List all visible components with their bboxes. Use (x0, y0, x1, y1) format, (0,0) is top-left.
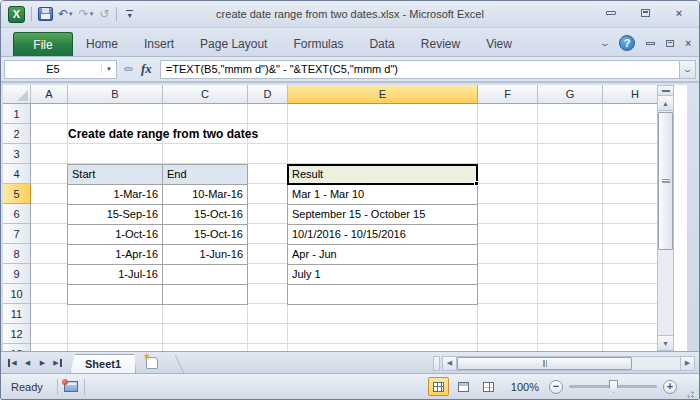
row-header-11[interactable]: 11 (3, 304, 31, 324)
formula-bar-splitter[interactable] (117, 60, 139, 79)
scroll-left-icon[interactable]: ◀ (442, 356, 457, 371)
cell-B8[interactable]: 1-Apr-16 (68, 245, 163, 265)
row-header-13[interactable]: 13 (3, 344, 31, 351)
cell-C5[interactable]: 10-Mar-16 (163, 185, 248, 205)
insert-worksheet-button[interactable] (142, 355, 164, 371)
cell-E6[interactable]: September 15 - October 15 (288, 205, 478, 225)
collapse-ribbon-icon[interactable]: ⌄ (598, 38, 610, 48)
row-header-12[interactable]: 12 (3, 324, 31, 344)
row-header-8[interactable]: 8 (3, 244, 31, 264)
cell-C9[interactable] (163, 265, 248, 285)
workbook-restore-button[interactable] (666, 40, 674, 47)
close-button[interactable]: × (667, 5, 691, 20)
cell-C6[interactable]: 15-Oct-16 (163, 205, 248, 225)
row-header-10[interactable]: 10 (3, 284, 31, 304)
resize-grip[interactable] (683, 387, 695, 399)
row-header-2[interactable]: 2 (3, 124, 31, 144)
cell-C10[interactable] (163, 285, 248, 305)
cell-E8[interactable]: Apr - Jun (288, 245, 478, 265)
row-header-9[interactable]: 9 (3, 264, 31, 284)
cells-canvas[interactable]: Create date range from two dates Start E… (31, 104, 668, 351)
tab-review[interactable]: Review (408, 32, 473, 56)
vertical-scrollbar[interactable]: ▲ ▼ (657, 85, 674, 351)
tab-file[interactable]: File (13, 32, 73, 56)
row-header-7[interactable]: 7 (3, 224, 31, 244)
workbook-close-button[interactable]: × (685, 38, 691, 49)
column-header-C[interactable]: C (163, 85, 248, 104)
row-header-3[interactable]: 3 (3, 144, 31, 164)
cell-E9[interactable]: July 1 (288, 265, 478, 285)
scroll-up-icon[interactable]: ▲ (658, 96, 673, 111)
cell-C8[interactable]: 1-Jun-16 (163, 245, 248, 265)
split-handle[interactable] (433, 356, 440, 371)
last-sheet-button[interactable]: ▶ (51, 356, 64, 369)
vertical-scroll-thumb[interactable] (658, 112, 673, 250)
column-header-E[interactable]: E (288, 85, 478, 104)
tab-home[interactable]: Home (73, 32, 131, 56)
tab-insert[interactable]: Insert (131, 32, 187, 56)
column-header-D[interactable]: D (248, 85, 288, 104)
row-header-1[interactable]: 1 (3, 104, 31, 124)
first-sheet-button[interactable]: ◀ (6, 356, 19, 369)
formula-bar: E5 ▾ fx =TEXT(B5,"mmm d")&" - "&TEXT(C5,… (1, 57, 699, 83)
cell-C4[interactable]: End (163, 165, 248, 185)
insert-function-icon[interactable]: fx (139, 61, 160, 77)
page-layout-view-button[interactable] (453, 377, 474, 396)
column-header-B[interactable]: B (68, 85, 163, 104)
sheet-tab-sheet1[interactable]: Sheet1 (70, 354, 136, 373)
minimize-button[interactable] (599, 5, 623, 20)
horizontal-scrollbar[interactable]: ◀ ▶ (433, 355, 695, 371)
cell-B9[interactable]: 1-Jul-16 (68, 265, 163, 285)
row-header-4[interactable]: 4 (3, 164, 31, 184)
status-bar: Ready 100% − + (1, 373, 699, 399)
save-icon[interactable] (38, 7, 53, 21)
cell-E4[interactable]: Result (288, 165, 478, 185)
cell-B5[interactable]: 1-Mar-16 (68, 185, 163, 205)
formula-input[interactable]: =TEXT(B5,"mmm d")&" - "&TEXT(C5,"mmm d") (160, 60, 679, 79)
zoom-level[interactable]: 100% (503, 381, 545, 393)
cell-E10[interactable] (288, 285, 478, 305)
tab-page-layout[interactable]: Page Layout (187, 32, 280, 56)
row-header-5[interactable]: 5 (3, 184, 31, 204)
tab-view[interactable]: View (473, 32, 525, 56)
cell-B4[interactable]: Start (68, 165, 163, 185)
customize-qat-button[interactable]: ▾ (123, 10, 136, 18)
restore-button[interactable] (633, 5, 657, 20)
cell-B10[interactable] (68, 285, 163, 305)
horizontal-scroll-track[interactable] (457, 356, 680, 371)
select-all-corner[interactable] (3, 85, 31, 104)
next-sheet-button[interactable]: ▶ (36, 356, 49, 369)
horizontal-scroll-thumb[interactable] (457, 357, 632, 370)
cell-C7[interactable]: 15-Oct-16 (163, 225, 248, 245)
column-header-A[interactable]: A (31, 85, 68, 104)
workbook-minimize-button[interactable] (646, 42, 655, 45)
cell-B7[interactable]: 1-Oct-16 (68, 225, 163, 245)
record-macro-button[interactable] (58, 378, 84, 396)
row-header-6[interactable]: 6 (3, 204, 31, 224)
page-break-preview-button[interactable] (478, 377, 499, 396)
name-box[interactable]: E5 ▾ (4, 60, 117, 79)
zoom-slider-track[interactable] (569, 385, 657, 388)
name-box-dropdown-icon[interactable]: ▾ (101, 65, 116, 73)
zoom-slider-thumb[interactable] (609, 380, 618, 393)
tab-data[interactable]: Data (356, 32, 407, 56)
zoom-in-button[interactable]: + (663, 380, 677, 394)
scroll-down-icon[interactable]: ▼ (658, 335, 673, 350)
cell-B6[interactable]: 15-Sep-16 (68, 205, 163, 225)
column-header-G[interactable]: G (538, 85, 603, 104)
previous-sheet-button[interactable]: ◀ (21, 356, 34, 369)
repeat-button[interactable]: ↺ (98, 7, 110, 21)
expand-formula-bar-button[interactable]: ⌄ (679, 60, 696, 79)
excel-logo-icon[interactable]: X (8, 6, 25, 23)
cell-E5[interactable]: Mar 1 - Mar 10 (288, 185, 478, 205)
redo-button[interactable]: ↷▾ (78, 7, 95, 21)
zoom-out-button[interactable]: − (549, 380, 563, 394)
undo-button[interactable]: ↶▾ (57, 7, 74, 21)
split-handle[interactable] (658, 86, 673, 96)
column-header-F[interactable]: F (478, 85, 538, 104)
scroll-right-icon[interactable]: ▶ (680, 356, 695, 371)
cell-E7[interactable]: 10/1/2016 - 10/15/2016 (288, 225, 478, 245)
help-button[interactable]: ? (619, 35, 635, 51)
normal-view-button[interactable] (428, 377, 449, 396)
tab-formulas[interactable]: Formulas (280, 32, 356, 56)
